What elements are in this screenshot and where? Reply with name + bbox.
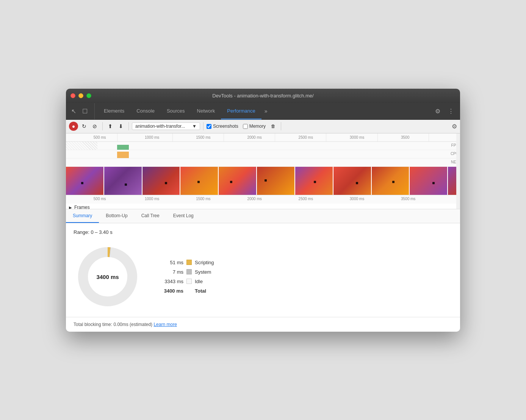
separator-4 [281, 122, 281, 130]
screenshot-thumb-5[interactable] [219, 167, 257, 195]
screenshot-thumb-6[interactable] [257, 167, 295, 195]
grid-line-2 [172, 133, 173, 141]
screenshot-thumb-9[interactable] [372, 167, 410, 195]
cpu-track: CPU [66, 150, 460, 158]
url-text: animation-with-transfor... [135, 124, 191, 129]
bottom-panel: Summary Bottom-Up Call Tree Event Log Ra… [66, 209, 460, 332]
total-value: 3400 ms [157, 288, 183, 294]
learn-more-link[interactable]: Learn more [153, 322, 177, 327]
thumb-dot-1 [81, 182, 83, 184]
thumb-dot-4 [197, 181, 200, 183]
time-label-b-2000: 2000 ms [247, 197, 261, 201]
net-track: NET [66, 158, 460, 167]
url-dropdown-icon: ▼ [192, 124, 197, 129]
close-button[interactable] [70, 93, 75, 98]
memory-checkbox-label[interactable]: Memory [243, 124, 266, 129]
memory-checkbox[interactable] [243, 124, 248, 129]
screenshots-label: Screenshots [213, 124, 238, 129]
system-label: System [195, 269, 211, 275]
cpu-spike [117, 152, 129, 158]
tab-overflow[interactable]: » [261, 103, 271, 119]
time-label-500: 500 ms [94, 135, 106, 139]
devtools-window: DevTools - animation-with-transform.glit… [66, 89, 460, 332]
legend-row-total: 3400 ms Total [157, 288, 214, 294]
time-label-2500: 2500 ms [299, 135, 313, 139]
time-label-b-3500: 3500 ms [401, 197, 415, 201]
scripting-label: Scripting [195, 260, 214, 265]
grid-line-5 [326, 133, 326, 141]
separator-2 [128, 122, 129, 130]
devtools-settings-icon[interactable]: ⚙ [432, 106, 443, 116]
traffic-lights [70, 93, 91, 98]
grid-line-3 [224, 133, 224, 141]
tab-icons: ↖ ☐ [69, 103, 95, 119]
scripting-swatch [186, 260, 192, 265]
perf-settings-icon[interactable]: ⚙ [452, 123, 457, 130]
thumb-dot-7 [314, 181, 316, 183]
screenshot-thumb-4[interactable] [180, 167, 219, 195]
fps-track: FPS [66, 142, 460, 150]
thumb-dot-6 [265, 179, 267, 182]
tab-bottom-up[interactable]: Bottom-Up [99, 209, 134, 223]
minimize-button[interactable] [78, 93, 83, 98]
tab-list: Elements Console Sources Network Perform… [98, 103, 271, 119]
summary-body: 3400 ms 51 ms Scripting 7 ms [74, 243, 452, 311]
grid-line-1 [117, 133, 117, 141]
grid-line-7 [429, 133, 429, 141]
bottom-tab-bar: Summary Bottom-Up Call Tree Event Log [66, 209, 460, 223]
idle-value: 3343 ms [157, 279, 183, 284]
time-label-1500: 1500 ms [196, 135, 210, 139]
frames-arrow-icon: ▶ [69, 205, 72, 209]
screenshots-checkbox-label[interactable]: Screenshots [207, 124, 238, 129]
url-selector[interactable]: animation-with-transfor... ▼ [132, 122, 200, 130]
time-label-3500: 3500 [401, 135, 409, 139]
thumb-dot-3 [165, 182, 167, 184]
devtools-more-icon[interactable]: ⋮ [445, 106, 457, 116]
clear-button[interactable]: ⊘ [90, 122, 99, 131]
cursor-icon[interactable]: ↖ [69, 106, 78, 116]
donut-chart: 3400 ms [74, 243, 142, 311]
thumb-dot-10 [432, 182, 435, 184]
import-button[interactable]: ⬆ [106, 122, 115, 131]
tab-call-tree[interactable]: Call Tree [135, 209, 166, 223]
tab-sources[interactable]: Sources [161, 103, 191, 119]
tab-elements[interactable]: Elements [98, 103, 130, 119]
screenshot-thumb-10[interactable] [410, 167, 448, 195]
screenshot-thumb-8[interactable] [333, 167, 372, 195]
legend-row-idle: 3343 ms Idle [157, 279, 214, 284]
tab-performance[interactable]: Performance [221, 103, 261, 119]
system-swatch [186, 269, 192, 274]
grid-line-6 [377, 133, 378, 141]
device-icon[interactable]: ☐ [80, 106, 90, 116]
timeline-scrollbar[interactable] [456, 133, 460, 209]
tab-network[interactable]: Network [191, 103, 221, 119]
time-label-3000: 3000 ms [350, 135, 364, 139]
idle-label: Idle [195, 279, 203, 284]
time-label-b-500: 500 ms [94, 197, 106, 201]
screenshot-thumb-7[interactable] [295, 167, 333, 195]
time-label-1000: 1000 ms [145, 135, 159, 139]
export-button[interactable]: ⬇ [116, 122, 125, 131]
time-ruler-bottom: 500 ms 1000 ms 1500 ms 2000 ms 2500 ms 3… [66, 195, 460, 204]
screenshot-thumb-1[interactable] [66, 167, 104, 195]
maximize-button[interactable] [86, 93, 91, 98]
time-label-b-1500: 1500 ms [196, 197, 210, 201]
tab-event-log[interactable]: Event Log [166, 209, 200, 223]
system-value: 7 ms [157, 269, 183, 275]
footer-text: Total blocking time: 0.00ms (estimated) [74, 322, 152, 327]
screenshot-thumb-2[interactable] [104, 167, 142, 195]
timeline-area[interactable]: 500 ms 1000 ms 1500 ms 2000 ms 2500 ms 3… [66, 133, 460, 209]
tab-console[interactable]: Console [130, 103, 161, 119]
frames-row[interactable]: ▶ Frames [66, 204, 460, 209]
time-label-b-2500: 2500 ms [299, 197, 313, 201]
time-label-b-1000: 1000 ms [145, 197, 159, 201]
delete-recording-button[interactable]: 🗑 [269, 122, 278, 131]
record-button[interactable]: ● [69, 122, 78, 131]
grid-line-4 [275, 133, 275, 141]
time-ruler-top: 500 ms 1000 ms 1500 ms 2000 ms 2500 ms 3… [66, 133, 460, 142]
screenshots-checkbox[interactable] [207, 124, 211, 129]
total-label: Total [195, 288, 206, 294]
reload-button[interactable]: ↻ [80, 122, 89, 131]
screenshot-thumb-3[interactable] [142, 167, 181, 195]
tab-summary[interactable]: Summary [66, 209, 99, 223]
